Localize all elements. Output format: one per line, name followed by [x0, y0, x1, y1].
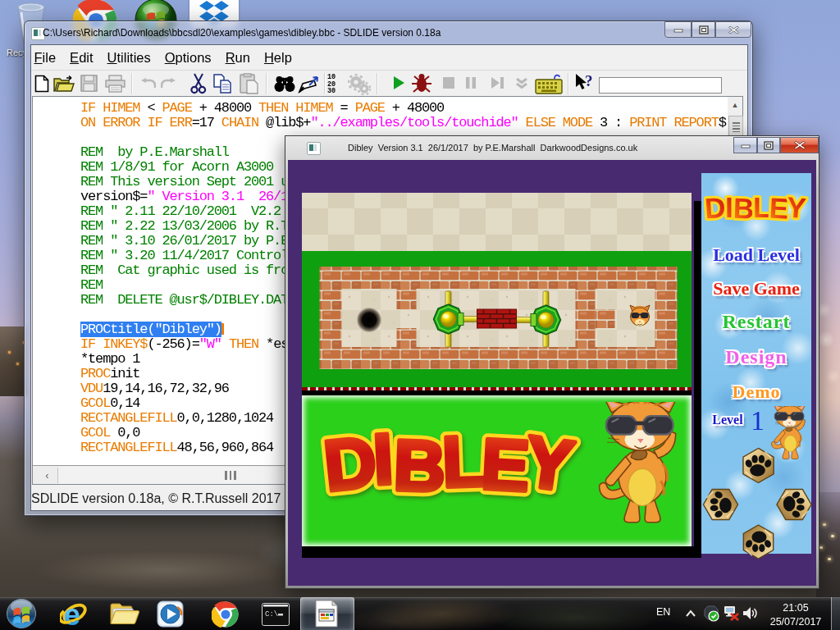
- svg-text:Y: Y: [519, 420, 578, 507]
- svg-text:C:\: C:\: [265, 610, 278, 619]
- svg-text:I: I: [371, 418, 395, 500]
- svg-text:D: D: [704, 191, 727, 225]
- svg-text:L: L: [753, 191, 770, 223]
- svg-text:B: B: [733, 192, 755, 225]
- svg-text:I: I: [725, 191, 733, 223]
- svg-text:Y: Y: [785, 190, 807, 224]
- svg-text:B: B: [392, 424, 447, 507]
- svg-text:?: ?: [585, 73, 593, 89]
